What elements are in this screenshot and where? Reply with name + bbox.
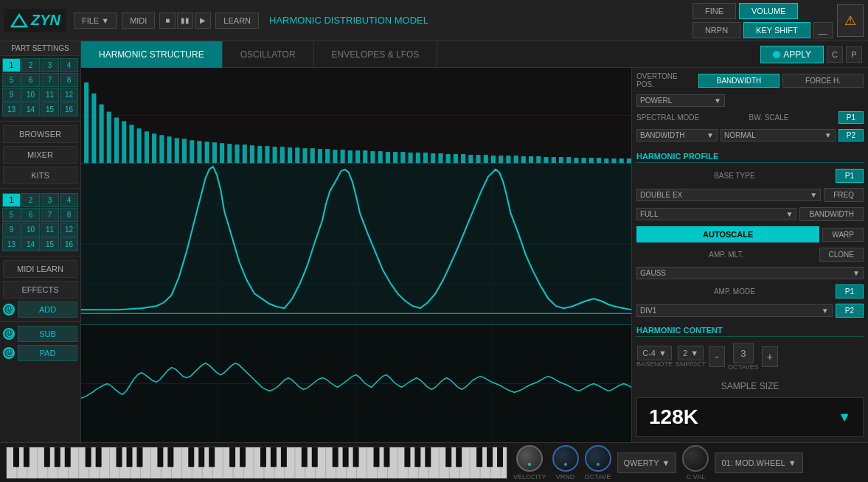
warning-button[interactable]: ⚠ (837, 4, 864, 37)
octaves-plus-button[interactable]: + (762, 346, 778, 367)
sub-power-icon[interactable]: ⏻ (3, 328, 15, 340)
part2-btn-12[interactable]: 12 (60, 223, 78, 237)
p-button[interactable]: P (846, 46, 862, 63)
svg-rect-22 (227, 144, 232, 163)
part-btn-6[interactable]: 6 (21, 73, 40, 87)
part-btn-14[interactable]: 14 (21, 102, 40, 116)
part2-btn-5[interactable]: 5 (2, 208, 21, 222)
powerl-select[interactable]: POWERL ▼ (636, 94, 725, 107)
gauss-select[interactable]: GAUSS ▼ (636, 267, 864, 279)
octaves-minus-button[interactable]: - (709, 346, 725, 367)
part-btn-7[interactable]: 7 (41, 73, 59, 87)
sub-button[interactable]: SUB (18, 326, 77, 342)
part2-btn-7[interactable]: 7 (41, 208, 59, 222)
effects-button[interactable]: EFFECTS (3, 281, 77, 298)
bandwidth-profile-btn[interactable]: BANDWIDTH (799, 207, 864, 221)
octave-knob[interactable] (585, 445, 611, 472)
svg-rect-36 (333, 150, 337, 163)
part2-btn-4[interactable]: 4 (60, 193, 78, 207)
pad-power-icon[interactable]: ⏻ (3, 347, 15, 359)
tab-oscillator[interactable]: OSCILLATOR (223, 41, 314, 68)
part-btn-8[interactable]: 8 (60, 73, 78, 87)
clone-button[interactable]: CLONE (819, 248, 864, 262)
part-btn-2[interactable]: 2 (21, 58, 40, 72)
qwerty-select[interactable]: QWERTY ▼ (617, 453, 677, 473)
learn-button[interactable]: LEARN (215, 13, 259, 29)
pause-button[interactable]: ▮▮ (177, 13, 193, 29)
amp-mode-p1[interactable]: P1 (836, 284, 864, 298)
part-btn-12[interactable]: 12 (60, 88, 78, 102)
bw-scale-p1[interactable]: P1 (839, 111, 864, 124)
mixer-button[interactable]: MIXER (3, 146, 77, 164)
svg-rect-35 (325, 149, 330, 163)
force-h-button[interactable]: FORCE H. (782, 74, 864, 88)
part2-btn-13[interactable]: 13 (2, 237, 21, 251)
normal-select[interactable]: NORMAL ▼ (721, 129, 836, 142)
part-btn-13[interactable]: 13 (2, 102, 21, 116)
part2-btn-15[interactable]: 15 (41, 237, 59, 251)
part2-btn-8[interactable]: 8 (60, 208, 78, 222)
svg-rect-147 (167, 447, 173, 467)
pad-button[interactable]: PAD (18, 345, 77, 361)
part2-btn-1[interactable]: 1 (2, 193, 21, 207)
vrnd-knob[interactable] (552, 445, 579, 472)
autoscale-button[interactable]: AUTOSCALE (636, 226, 819, 242)
c-button[interactable]: C (827, 46, 843, 63)
part2-btn-14[interactable]: 14 (21, 237, 40, 251)
div1-p2[interactable]: P2 (836, 304, 864, 318)
part-btn-11[interactable]: 11 (41, 88, 59, 102)
midi-button[interactable]: MIDI (122, 13, 155, 29)
double-ex-select[interactable]: DOUBLE EX ▼ (636, 189, 821, 201)
add-power-icon[interactable]: ⏻ (3, 304, 15, 315)
add-button[interactable]: ADD (18, 301, 77, 318)
top-right-row2: NRPN KEY SHIFT __ (692, 22, 833, 38)
file-button[interactable]: FILE ▼ (74, 13, 117, 29)
part-btn-1[interactable]: 1 (2, 58, 21, 72)
warp-button[interactable]: WARP (822, 228, 864, 242)
part-btn-5[interactable]: 5 (2, 73, 21, 87)
logo-text: ZYN (31, 12, 60, 29)
part2-btn-2[interactable]: 2 (21, 193, 40, 207)
part2-btn-6[interactable]: 6 (21, 208, 40, 222)
freq-button[interactable]: FREQ (824, 188, 864, 202)
keyboard[interactable] (6, 447, 507, 479)
part-btn-4[interactable]: 4 (60, 58, 78, 72)
key-shift-button[interactable]: KEY SHIFT (743, 22, 810, 38)
nrpn-button[interactable]: NRPN (692, 22, 740, 38)
smp-oct-select[interactable]: 2 ▼ (678, 346, 704, 360)
part2-btn-10[interactable]: 10 (21, 223, 40, 237)
part2-btn-9[interactable]: 9 (2, 223, 21, 237)
part-btn-9[interactable]: 9 (2, 88, 21, 102)
sample-size-select[interactable]: 128K ▼ (636, 397, 864, 437)
apply-button[interactable]: APPLY (760, 46, 824, 63)
svg-rect-55 (476, 155, 480, 163)
part-btn-15[interactable]: 15 (41, 102, 59, 116)
div1-select[interactable]: DIV1 ▼ (636, 304, 833, 317)
part-btn-10[interactable]: 10 (21, 88, 40, 102)
tab-harmonic-structure[interactable]: HARMONIC STRUCTURE (81, 41, 223, 68)
bandwidth-button[interactable]: BANDWIDTH (698, 74, 780, 88)
volume-button[interactable]: VOLUME (739, 3, 798, 19)
part2-btn-11[interactable]: 11 (41, 223, 59, 237)
basenote-label: BASENOTE (636, 360, 673, 368)
midi-cc-select[interactable]: 01: MOD.WHEEL ▼ (715, 453, 802, 473)
full-select[interactable]: FULL ▼ (636, 208, 796, 220)
midi-learn-button[interactable]: MIDI LEARN (3, 260, 77, 278)
fine-button[interactable]: FINE (692, 3, 736, 19)
basenote-select[interactable]: C-4 ▼ (637, 346, 672, 360)
part2-btn-16[interactable]: 16 (60, 237, 78, 251)
play-button[interactable]: ▶ (195, 13, 211, 29)
velocity-knob[interactable] (516, 445, 543, 472)
cval-knob[interactable] (682, 445, 709, 472)
part-btn-3[interactable]: 3 (41, 58, 59, 72)
browser-button[interactable]: BROWSER (3, 125, 77, 143)
kits-button[interactable]: KITS (3, 167, 77, 184)
stop-button[interactable]: ■ (159, 13, 176, 29)
extra-button[interactable]: __ (813, 22, 833, 38)
base-type-p1[interactable]: P1 (836, 169, 864, 183)
part2-btn-3[interactable]: 3 (41, 193, 59, 207)
part-btn-16[interactable]: 16 (60, 102, 78, 116)
bandwidth-select[interactable]: BANDWIDTH ▼ (636, 129, 718, 142)
p2-label-top[interactable]: P2 (839, 129, 864, 142)
tab-envelopes-lfos[interactable]: ENVELOPES & LFOS (314, 41, 438, 68)
